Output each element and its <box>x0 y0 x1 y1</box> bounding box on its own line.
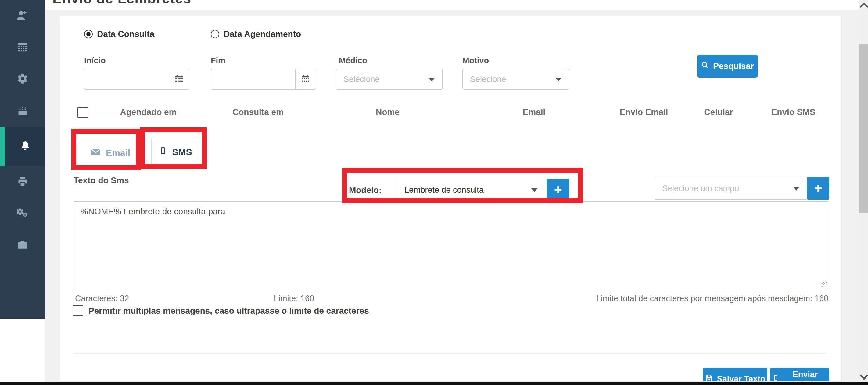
scrollbar-up-arrow[interactable] <box>861 4 867 10</box>
pesquisar-button-label: Pesquisar <box>713 61 754 71</box>
phone-icon <box>772 374 779 382</box>
search-icon <box>701 61 709 72</box>
vertical-scrollbar[interactable] <box>859 0 868 385</box>
chevron-up-icon <box>860 2 868 11</box>
chevron-down-icon <box>555 78 561 82</box>
enviar-sms-button[interactable]: Enviar SMS <box>770 367 829 382</box>
column-header-nome: Nome <box>376 107 400 117</box>
textarea-resize-grip[interactable] <box>822 282 827 287</box>
calendar-icon <box>174 74 184 85</box>
page-title: Envio de Lembretes <box>53 0 191 7</box>
radio-data-consulta-label: Data Consulta <box>97 29 154 39</box>
scrollbar-thumb[interactable] <box>859 44 868 213</box>
footer-divider <box>73 353 826 354</box>
phone-icon <box>159 147 167 157</box>
caracteres-count: Caracteres: 32 <box>75 294 129 303</box>
enviar-sms-label: Enviar SMS <box>783 370 828 382</box>
cake-icon <box>17 104 28 117</box>
inicio-date-group <box>84 69 189 90</box>
sidebar-item-birthdays[interactable] <box>0 95 45 127</box>
page-header: Envio de Lembretes <box>45 0 868 10</box>
chevron-down-icon <box>429 78 435 82</box>
inicio-date-input[interactable] <box>84 69 169 90</box>
gears-icon <box>17 207 28 220</box>
modelo-select[interactable]: Lembrete de consulta <box>397 179 545 201</box>
envelope-icon <box>91 147 101 159</box>
radio-unselected-icon[interactable] <box>211 30 219 38</box>
multi-messages-label: Permitir multiplas mensagens, caso ultra… <box>88 306 369 316</box>
save-icon <box>705 374 713 382</box>
sidebar-item-reminders[interactable] <box>0 127 45 166</box>
sms-text-area[interactable]: %NOME% Lembrete de consulta para <box>73 201 828 288</box>
fim-date-group <box>211 69 316 90</box>
chevron-down-icon <box>793 187 799 191</box>
medico-label: Médico <box>339 56 367 66</box>
column-header-email: Email <box>523 107 546 117</box>
motivo-select[interactable]: Selecione <box>462 69 569 90</box>
bell-icon <box>20 140 31 153</box>
schedule-grid-icon <box>17 41 28 54</box>
motivo-select-placeholder: Selecione <box>470 75 506 84</box>
add-modelo-button[interactable]: + <box>547 179 569 201</box>
column-header-envio-email: Envio Email <box>620 107 668 117</box>
briefcase-icon <box>17 239 28 252</box>
add-campo-button[interactable]: + <box>807 177 829 200</box>
sidebar-item-system-settings[interactable] <box>0 198 45 229</box>
tab-sms[interactable]: SMS <box>151 136 199 167</box>
table-header-divider <box>72 127 829 127</box>
fim-calendar-button[interactable] <box>295 69 316 90</box>
radio-selected-icon[interactable] <box>84 30 93 38</box>
campo-select-placeholder: Selecione um campo <box>662 184 739 193</box>
sidebar-item-business[interactable] <box>0 229 45 261</box>
column-header-celular: Celular <box>704 107 733 117</box>
sidebar-item-settings[interactable] <box>0 63 45 95</box>
scrollbar-down-arrow[interactable] <box>861 373 867 379</box>
column-header-consulta-em: Consulta em <box>232 107 284 117</box>
salvar-texto-button[interactable]: Salvar Texto <box>703 367 767 382</box>
user-plus-icon <box>17 9 28 22</box>
sidebar-item-schedule[interactable] <box>0 32 45 63</box>
medico-select-placeholder: Selecione <box>343 75 380 84</box>
medico-select[interactable]: Selecione <box>336 69 442 90</box>
tab-sms-label: SMS <box>172 147 192 157</box>
inicio-label: Início <box>84 56 106 66</box>
chevron-down-icon <box>860 371 868 380</box>
salvar-texto-label: Salvar Texto <box>717 374 766 382</box>
multi-messages-checkbox[interactable] <box>72 305 83 316</box>
plus-icon: + <box>554 183 562 197</box>
limite-total-text: Limite total de caracteres por mensagem … <box>596 294 828 303</box>
limite-count: Limite: 160 <box>274 294 314 303</box>
inicio-calendar-button[interactable] <box>169 69 189 90</box>
printer-icon <box>17 175 28 188</box>
sidebar-item-print[interactable] <box>0 166 45 198</box>
tab-email[interactable]: Email <box>83 139 138 167</box>
gear-icon <box>17 73 28 86</box>
column-header-envio-sms: Envio SMS <box>771 107 815 117</box>
sidebar-item-add-patient[interactable] <box>0 0 45 32</box>
radio-data-consulta[interactable]: Data Consulta <box>84 29 154 39</box>
calendar-icon <box>301 74 310 85</box>
modelo-select-value: Lembrete de consulta <box>404 185 484 195</box>
tab-email-label: Email <box>106 148 130 158</box>
radio-data-agendamento-label: Data Agendamento <box>223 29 301 39</box>
fim-date-input[interactable] <box>211 69 295 90</box>
plus-icon: + <box>814 182 822 195</box>
screen: Envio de Lembretes <box>0 0 868 385</box>
radio-data-agendamento[interactable]: Data Agendamento <box>211 29 301 39</box>
bottom-edge-bar <box>0 382 868 385</box>
campo-select[interactable]: Selecione um campo <box>654 177 807 200</box>
tab-bottom-border <box>207 167 829 167</box>
fim-label: Fim <box>211 56 225 66</box>
texto-do-sms-label: Texto do Sms <box>73 175 129 185</box>
chevron-down-icon <box>531 188 537 192</box>
main-panel: Data Consulta Data Agendamento Início Fi… <box>60 15 842 382</box>
modelo-label: Modelo: <box>349 185 381 195</box>
column-header-agendado-em: Agendado em <box>120 107 176 117</box>
pesquisar-button[interactable]: Pesquisar <box>697 55 757 78</box>
select-all-checkbox[interactable] <box>78 107 88 118</box>
sidebar <box>0 0 45 319</box>
motivo-label: Motivo <box>462 56 489 66</box>
